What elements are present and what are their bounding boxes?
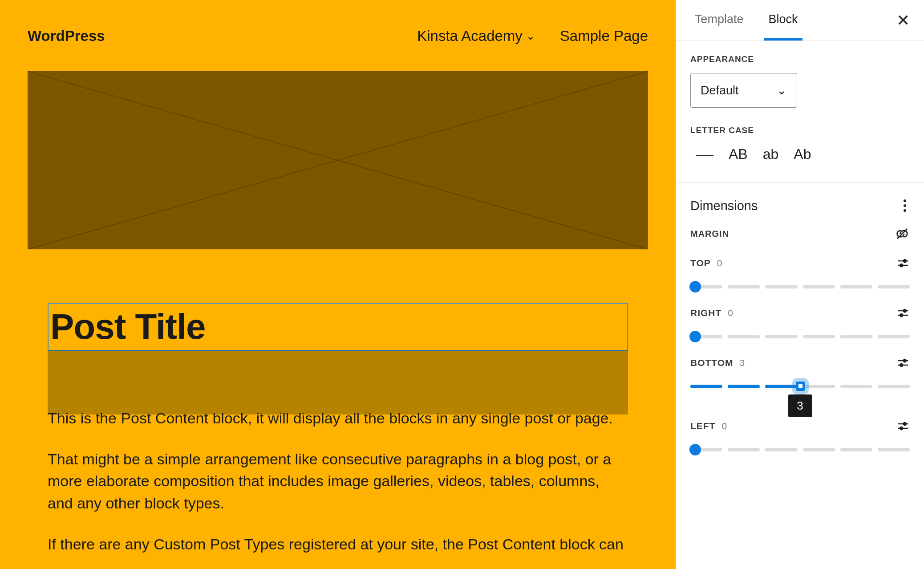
paragraph: That might be a simple arrangement like … <box>48 448 628 515</box>
paragraph: This is the Post Content block, it will … <box>48 407 628 430</box>
letter-case-label: LETTER CASE <box>690 126 910 135</box>
margin-header: MARGIN <box>690 226 910 241</box>
svg-point-16 <box>904 423 906 425</box>
margin-bottom-slider[interactable]: 3 <box>690 382 910 391</box>
letter-case-none[interactable]: — <box>696 144 713 164</box>
margin-top-row: TOP 0 <box>690 256 910 270</box>
margin-label: MARGIN <box>690 229 729 239</box>
letter-case-group: — AB ab Ab <box>690 144 910 164</box>
svg-point-4 <box>904 260 906 262</box>
appearance-label: APPEARANCE <box>690 54 910 64</box>
margin-left-label: LEFT <box>690 421 716 431</box>
margin-left-row: LEFT 0 <box>690 419 910 433</box>
paragraph: If there are any Custom Post Types regis… <box>48 533 628 556</box>
post-content-block[interactable]: This is the Post Content block, it will … <box>48 407 628 569</box>
nav-item-kinsta[interactable]: Kinsta Academy ⌄ <box>417 28 535 45</box>
close-icon[interactable]: ✕ <box>896 11 910 30</box>
chevron-down-icon: ⌄ <box>777 83 787 98</box>
editor-canvas[interactable]: WordPress Kinsta Academy ⌄ Sample Page P… <box>0 0 676 569</box>
chevron-down-icon: ⌄ <box>526 30 535 42</box>
margin-top-label: TOP <box>690 258 711 268</box>
letter-case-capitalize[interactable]: Ab <box>794 146 811 163</box>
margin-right-value: 0 <box>728 308 734 318</box>
divider <box>676 182 924 183</box>
nav-item-sample[interactable]: Sample Page <box>560 28 648 45</box>
nav-label: Kinsta Academy <box>417 28 523 45</box>
margin-right-row: RIGHT 0 <box>690 306 910 320</box>
sliders-icon[interactable] <box>896 356 910 370</box>
featured-image-placeholder[interactable] <box>28 71 648 249</box>
margin-left-value: 0 <box>722 421 728 431</box>
margin-bottom-value: 3 <box>740 358 746 368</box>
unlink-icon[interactable] <box>895 226 910 241</box>
appearance-select[interactable]: Default ⌄ <box>690 73 797 108</box>
letter-case-upper[interactable]: AB <box>729 146 748 163</box>
svg-point-18 <box>900 427 903 430</box>
more-options-icon[interactable] <box>900 196 910 215</box>
tab-template[interactable]: Template <box>690 0 748 41</box>
post-title: Post Title <box>50 306 627 347</box>
svg-point-8 <box>904 309 906 312</box>
dimensions-label: Dimensions <box>690 199 758 213</box>
margin-left-slider[interactable] <box>690 445 910 454</box>
sliders-icon[interactable] <box>896 419 910 433</box>
svg-point-6 <box>900 264 903 267</box>
margin-right-slider[interactable] <box>690 332 910 341</box>
tab-block[interactable]: Block <box>764 0 802 41</box>
svg-point-10 <box>900 314 903 317</box>
post-title-block[interactable]: Post Title <box>48 303 628 351</box>
slider-tooltip: 3 <box>788 394 812 417</box>
site-nav: Kinsta Academy ⌄ Sample Page <box>417 28 648 45</box>
sliders-icon[interactable] <box>896 306 910 320</box>
svg-point-12 <box>904 359 906 362</box>
margin-top-value: 0 <box>717 258 723 268</box>
nav-label: Sample Page <box>560 28 648 45</box>
dimensions-header: Dimensions <box>690 196 910 215</box>
margin-bottom-row: BOTTOM 3 <box>690 356 910 370</box>
site-title[interactable]: WordPress <box>28 28 105 45</box>
block-panel: APPEARANCE Default ⌄ LETTER CASE — AB ab… <box>676 41 924 454</box>
settings-sidebar: Template Block ✕ APPEARANCE Default ⌄ LE… <box>676 0 924 569</box>
margin-bottom-label: BOTTOM <box>690 358 734 368</box>
margin-right-label: RIGHT <box>690 308 721 318</box>
selection-highlight <box>48 350 628 415</box>
margin-top-slider[interactable] <box>690 282 910 291</box>
site-header: WordPress Kinsta Academy ⌄ Sample Page <box>28 28 648 45</box>
sliders-icon[interactable] <box>896 256 910 270</box>
letter-case-lower[interactable]: ab <box>763 146 779 163</box>
sidebar-tabs: Template Block ✕ <box>676 0 924 41</box>
svg-point-14 <box>900 364 903 366</box>
select-value: Default <box>701 84 739 98</box>
